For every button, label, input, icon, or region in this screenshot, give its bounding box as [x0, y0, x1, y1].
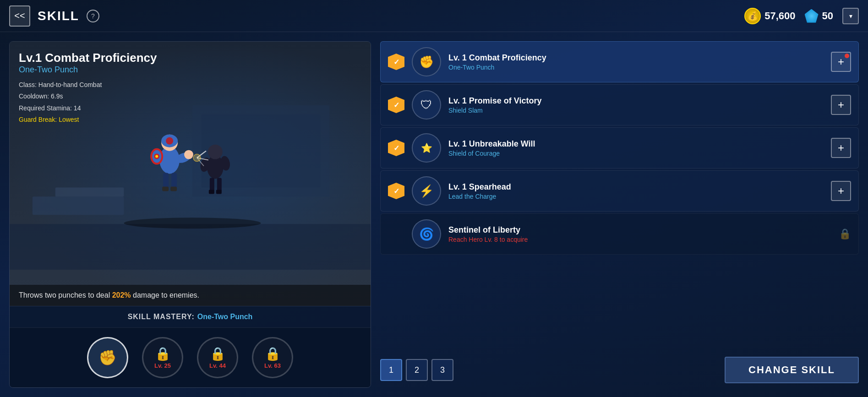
- skill-row-info-3: Lv. 1 Unbreakable Will Shield of Courage: [448, 139, 824, 157]
- cooldown-label: Cooldown: 6.9s: [19, 91, 361, 102]
- lock-icon-44: 🔒: [210, 346, 226, 361]
- page-btn-1[interactable]: 1: [380, 359, 402, 381]
- skill-row-title-1: Lv. 1 Combat Proficiency: [448, 53, 824, 63]
- skill-icon-2: 🛡: [412, 90, 441, 120]
- skill-icon-3: ⭐: [412, 133, 441, 163]
- skill-row-3[interactable]: ✓ ⭐ Lv. 1 Unbreakable Will Shield of Cou…: [380, 127, 859, 169]
- help-button[interactable]: ?: [87, 10, 99, 22]
- skill-row-info-4: Lv. 1 Spearhead Lead the Charge: [448, 182, 824, 200]
- check-badge-4: ✓: [388, 183, 404, 199]
- level-25-text: Lv. 25: [154, 362, 171, 369]
- desc-damage: 202%: [112, 291, 131, 299]
- skill-meta: Class: Hand-to-hand Combat Cooldown: 6.9…: [19, 79, 361, 114]
- skill-subtitle: One-Two Punch: [19, 65, 361, 75]
- page-btn-3[interactable]: 3: [431, 359, 453, 381]
- header-left: << SKILL ?: [9, 5, 99, 27]
- mastery-name: One-Two Punch: [197, 313, 253, 321]
- skill-row-title-2: Lv. 1 Promise of Victory: [448, 96, 824, 106]
- skill-row-sub-3: Shield of Courage: [448, 150, 824, 157]
- change-skill-button[interactable]: CHANGE SKILL: [725, 357, 859, 383]
- svg-point-31: [193, 154, 201, 162]
- page-title: SKILL: [38, 9, 79, 23]
- check-badge-1: ✓: [388, 54, 404, 70]
- skill-row-info-2: Lv. 1 Promise of Victory Shield Slam: [448, 96, 824, 114]
- skill-levels: ✊ 🔒 Lv. 25 🔒 Lv. 44 🔒 Lv. 63: [10, 327, 371, 387]
- guard-break: Guard Break: Lowest: [19, 116, 361, 123]
- add-btn-4[interactable]: +: [831, 181, 851, 201]
- add-btn-2[interactable]: +: [831, 95, 851, 115]
- notif-dot-1: [845, 54, 849, 58]
- class-label: Class: Hand-to-hand Combat: [19, 79, 361, 91]
- main-content: Lv.1 Combat Proficiency One-Two Punch Cl…: [0, 32, 868, 397]
- skill-icon-4: ⚡: [412, 176, 441, 206]
- skill-row-sub-2: Shield Slam: [448, 107, 824, 114]
- check-badge-3: ✓: [388, 140, 404, 156]
- skill-description: Throws two punches to deal 202% damage t…: [10, 285, 371, 306]
- svg-rect-27: [216, 190, 222, 194]
- pagination: 1 2 3: [380, 359, 453, 381]
- svg-rect-19: [170, 186, 177, 191]
- desc-prefix: Throws two punches to deal: [19, 291, 112, 299]
- gold-coin-icon: 💰: [744, 8, 761, 24]
- svg-point-32: [124, 218, 261, 228]
- skill-row-1[interactable]: ✓ ✊ Lv. 1 Combat Proficiency One-Two Pun…: [380, 41, 859, 82]
- header: << SKILL ? 💰 57,600 50 ▾: [0, 0, 868, 32]
- left-panel: Lv.1 Combat Proficiency One-Two Punch Cl…: [9, 41, 371, 388]
- skill-level-25[interactable]: 🔒 Lv. 25: [142, 337, 183, 378]
- svg-point-13: [155, 155, 158, 158]
- skill-level-63[interactable]: 🔒 Lv. 63: [252, 337, 293, 378]
- skill-row-title-5: Sentinel of Liberty: [448, 225, 831, 235]
- skill-row-title-3: Lv. 1 Unbreakable Will: [448, 139, 824, 149]
- gold-amount: 57,600: [764, 10, 795, 22]
- check-badge-2: ✓: [388, 97, 404, 113]
- level-63-text: Lv. 63: [264, 362, 281, 369]
- stamina-label: Required Stamina: 14: [19, 103, 361, 114]
- back-button[interactable]: <<: [9, 5, 30, 27]
- dropdown-button[interactable]: ▾: [842, 8, 859, 24]
- gold-currency: 💰 57,600: [744, 8, 795, 24]
- gem-currency: 50: [805, 9, 833, 23]
- skill-level-44[interactable]: 🔒 Lv. 44: [197, 337, 238, 378]
- skill-row-4[interactable]: ✓ ⚡ Lv. 1 Spearhead Lead the Charge +: [380, 170, 859, 212]
- gem-amount: 50: [822, 10, 833, 22]
- svg-rect-1: [10, 224, 371, 270]
- desc-suffix: damage to enemies.: [131, 291, 199, 299]
- skill-preview: Lv.1 Combat Proficiency One-Two Punch Cl…: [10, 42, 371, 306]
- svg-rect-18: [162, 186, 169, 191]
- mastery-label: SKILL MASTERY:: [128, 313, 195, 321]
- fist-icon: ✊: [98, 349, 117, 366]
- svg-rect-25: [217, 178, 222, 191]
- skill-row-sub-1: One-Two Punch: [448, 64, 824, 71]
- right-panel: ✓ ✊ Lv. 1 Combat Proficiency One-Two Pun…: [380, 41, 859, 388]
- skill-icon-1: ✊: [412, 47, 441, 76]
- svg-rect-5: [55, 187, 124, 196]
- skill-list: ✓ ✊ Lv. 1 Combat Proficiency One-Two Pun…: [380, 41, 859, 347]
- svg-rect-16: [163, 173, 169, 189]
- skill-row-sub-5: Reach Hero Lv. 8 to acquire: [448, 236, 831, 243]
- level-44-text: Lv. 44: [209, 362, 226, 369]
- svg-rect-24: [210, 178, 214, 191]
- lock-icon-right-5: 🔒: [839, 228, 851, 240]
- gem-icon: [805, 9, 819, 23]
- add-btn-1[interactable]: +: [831, 52, 851, 72]
- skill-level-1[interactable]: ✊: [87, 337, 128, 378]
- skill-row-title-4: Lv. 1 Spearhead: [448, 182, 824, 192]
- svg-rect-17: [171, 173, 177, 189]
- skill-row-2[interactable]: ✓ 🛡 Lv. 1 Promise of Victory Shield Slam…: [380, 84, 859, 125]
- lock-icon-25: 🔒: [155, 346, 171, 361]
- svg-point-21: [208, 145, 223, 159]
- skill-icon-5: 🌀: [412, 219, 441, 249]
- skill-row-sub-4: Lead the Charge: [448, 193, 824, 200]
- page-btn-2[interactable]: 2: [406, 359, 428, 381]
- skill-row-info-1: Lv. 1 Combat Proficiency One-Two Punch: [448, 53, 824, 71]
- svg-point-15: [184, 150, 193, 159]
- add-btn-3[interactable]: +: [831, 138, 851, 158]
- skill-row-5: 🌀 Sentinel of Liberty Reach Hero Lv. 8 t…: [380, 213, 859, 255]
- header-right: 💰 57,600 50 ▾: [744, 8, 859, 24]
- skill-title: Lv.1 Combat Proficiency: [19, 51, 361, 65]
- svg-rect-4: [33, 196, 124, 215]
- svg-rect-26: [209, 190, 214, 194]
- svg-point-9: [166, 137, 173, 145]
- skill-row-info-5: Sentinel of Liberty Reach Hero Lv. 8 to …: [448, 225, 831, 243]
- bottom-bar: 1 2 3 CHANGE SKILL: [380, 352, 859, 388]
